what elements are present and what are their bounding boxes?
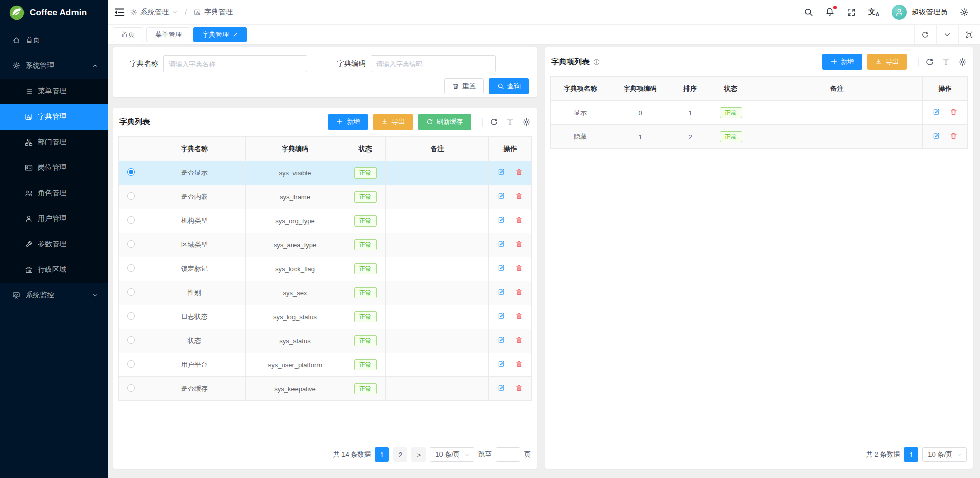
sidebar-item-user-mgmt[interactable]: 用户管理 bbox=[0, 206, 108, 232]
row-radio[interactable] bbox=[127, 264, 135, 272]
sidebar-item-dept-mgmt[interactable]: 部门管理 bbox=[0, 130, 108, 155]
sidebar-item-admin-region[interactable]: 行政区域 bbox=[0, 257, 108, 283]
sidebar-item-monitor[interactable]: 系统监控 bbox=[0, 283, 108, 308]
edit-icon[interactable] bbox=[498, 216, 505, 224]
status-badge: 正常 bbox=[354, 167, 377, 179]
add-item-button[interactable]: 新增 bbox=[822, 54, 862, 70]
jump-page-input[interactable] bbox=[496, 447, 520, 462]
search-icon[interactable] bbox=[804, 8, 813, 17]
next-page-button[interactable]: > bbox=[411, 447, 426, 462]
reset-button[interactable]: 重置 bbox=[444, 78, 484, 94]
table-row[interactable]: 是否内嵌 sys_frame 正常 bbox=[119, 185, 532, 209]
add-button[interactable]: 新增 bbox=[328, 114, 368, 130]
settings-gear-icon[interactable] bbox=[960, 8, 969, 17]
delete-icon[interactable] bbox=[515, 360, 523, 368]
dict-name-input[interactable] bbox=[163, 55, 307, 72]
edit-icon[interactable] bbox=[498, 240, 505, 248]
translate-icon[interactable]: 文A bbox=[868, 8, 879, 17]
export-button[interactable]: 导出 bbox=[373, 114, 413, 130]
page-size-select[interactable]: 10 条/页 bbox=[430, 447, 474, 462]
sidebar-item-home[interactable]: 首页 bbox=[0, 28, 108, 53]
column-settings-gear-icon[interactable] bbox=[958, 58, 967, 66]
sidebar-item-role-mgmt[interactable]: 角色管理 bbox=[0, 181, 108, 206]
table-row[interactable]: 机构类型 sys_org_type 正常 bbox=[119, 209, 532, 233]
table-row[interactable]: 是否显示 sys_visible 正常 bbox=[119, 161, 532, 185]
delete-icon[interactable] bbox=[515, 384, 523, 392]
table-row[interactable]: 性别 sys_sex 正常 bbox=[119, 281, 532, 305]
row-radio[interactable] bbox=[127, 384, 135, 392]
row-radio[interactable] bbox=[127, 360, 135, 368]
sidebar-item-system[interactable]: 系统管理 bbox=[0, 53, 108, 79]
refresh-cache-button[interactable]: 刷新缓存 bbox=[418, 114, 471, 130]
edit-icon[interactable] bbox=[933, 132, 940, 140]
row-radio[interactable] bbox=[127, 288, 135, 296]
sidebar-item-param-mgmt[interactable]: 参数管理 bbox=[0, 232, 108, 257]
row-radio[interactable] bbox=[127, 336, 135, 344]
query-button[interactable]: 查询 bbox=[489, 78, 529, 94]
idcard-icon bbox=[24, 164, 33, 172]
edit-icon[interactable] bbox=[498, 168, 505, 176]
sidebar-item-dict-mgmt[interactable]: 字典管理 bbox=[0, 104, 108, 130]
tab-home[interactable]: 首页 bbox=[113, 27, 143, 42]
edit-icon[interactable] bbox=[498, 384, 505, 392]
dict-code-input[interactable] bbox=[371, 55, 496, 72]
row-radio[interactable] bbox=[127, 192, 135, 200]
delete-icon[interactable] bbox=[950, 132, 958, 140]
page-button-2[interactable]: 2 bbox=[393, 447, 407, 462]
table-row[interactable]: 显示 0 1 正常 bbox=[551, 101, 968, 125]
row-density-icon[interactable] bbox=[942, 58, 950, 66]
row-radio[interactable] bbox=[127, 216, 135, 224]
table-row[interactable]: 用户平台 sys_user_platform 正常 bbox=[119, 353, 532, 377]
row-radio[interactable] bbox=[127, 168, 135, 176]
sidebar-item-menu-mgmt[interactable]: 菜单管理 bbox=[0, 79, 108, 104]
user-menu[interactable]: 超级管理员 bbox=[892, 5, 947, 20]
edit-icon[interactable] bbox=[498, 312, 505, 320]
table-row[interactable]: 状态 sys_status 正常 bbox=[119, 329, 532, 353]
delete-icon[interactable] bbox=[515, 192, 523, 200]
refresh-icon[interactable] bbox=[925, 58, 934, 66]
tab-maximize-button[interactable] bbox=[958, 25, 980, 44]
tab-refresh-button[interactable] bbox=[914, 25, 936, 44]
menu-fold-icon[interactable] bbox=[114, 7, 125, 18]
fullscreen-icon[interactable] bbox=[847, 8, 856, 17]
table-row[interactable]: 区域类型 sys_area_type 正常 bbox=[119, 233, 532, 257]
sidebar-item-label: 首页 bbox=[26, 36, 40, 45]
delete-icon[interactable] bbox=[515, 288, 523, 296]
refresh-icon[interactable] bbox=[489, 118, 498, 127]
app-logo[interactable]: Coffee Admin bbox=[0, 0, 108, 26]
table-row[interactable]: 锁定标记 sys_lock_flag 正常 bbox=[119, 257, 532, 281]
edit-icon[interactable] bbox=[498, 264, 505, 272]
edit-icon[interactable] bbox=[933, 108, 940, 116]
export-items-button[interactable]: 导出 bbox=[867, 54, 907, 70]
edit-icon[interactable] bbox=[498, 360, 505, 368]
edit-icon[interactable] bbox=[498, 288, 505, 296]
edit-icon[interactable] bbox=[498, 192, 505, 200]
close-icon[interactable] bbox=[233, 32, 238, 37]
delete-icon[interactable] bbox=[515, 312, 523, 320]
breadcrumb-parent[interactable]: 系统管理 bbox=[130, 8, 178, 17]
tabs-bar: 首页 菜单管理 字典管理 bbox=[108, 25, 980, 45]
column-settings-gear-icon[interactable] bbox=[522, 118, 531, 127]
delete-icon[interactable] bbox=[515, 336, 523, 344]
info-icon[interactable] bbox=[593, 58, 600, 66]
edit-icon[interactable] bbox=[498, 336, 505, 344]
sidebar-item-post-mgmt[interactable]: 岗位管理 bbox=[0, 155, 108, 181]
page-button-1[interactable]: 1 bbox=[375, 447, 389, 462]
delete-icon[interactable] bbox=[950, 108, 958, 116]
table-row[interactable]: 是否缓存 sys_keepalive 正常 bbox=[119, 377, 532, 401]
delete-icon[interactable] bbox=[515, 264, 523, 272]
row-radio[interactable] bbox=[127, 312, 135, 320]
table-row[interactable]: 隐藏 1 2 正常 bbox=[551, 125, 968, 149]
row-density-icon[interactable] bbox=[506, 118, 514, 127]
tab-menu-mgmt[interactable]: 菜单管理 bbox=[146, 27, 190, 42]
page-size-select[interactable]: 10 条/页 bbox=[922, 447, 967, 462]
tab-more-button[interactable] bbox=[936, 25, 958, 44]
tab-dict-mgmt[interactable]: 字典管理 bbox=[193, 27, 247, 42]
notification-bell[interactable] bbox=[825, 7, 835, 18]
delete-icon[interactable] bbox=[515, 216, 523, 224]
table-row[interactable]: 日志状态 sys_log_status 正常 bbox=[119, 305, 532, 329]
page-button-1[interactable]: 1 bbox=[904, 447, 918, 462]
delete-icon[interactable] bbox=[515, 240, 523, 248]
delete-icon[interactable] bbox=[515, 168, 523, 176]
row-radio[interactable] bbox=[127, 240, 135, 248]
